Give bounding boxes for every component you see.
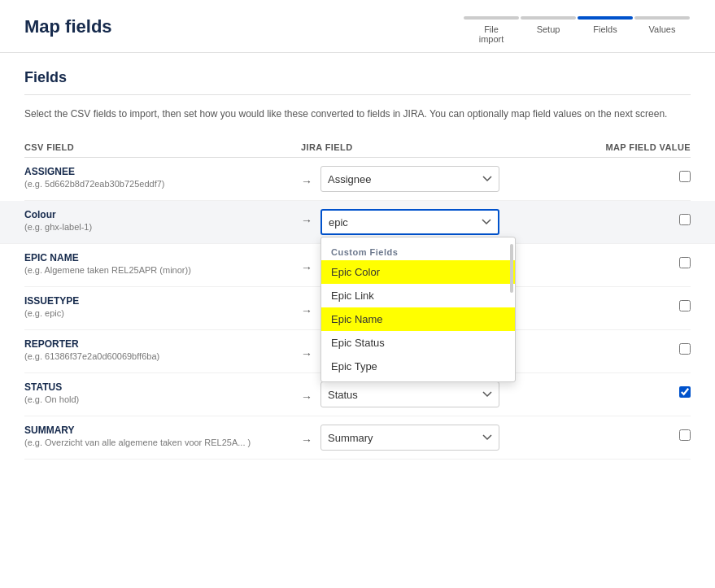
csv-field-summary: SUMMARY (e.g. Overzicht van alle algemen… [24,425,301,447]
csv-field-example: (e.g. Algemene taken REL25APR (minor)) [24,265,301,275]
csv-field-example: (e.g. ghx-label-1) [24,222,301,232]
arrow-icon: → [301,385,312,403]
col-jira-field: JIRA field [301,142,593,152]
jira-select-wrapper-summary: Summary [320,425,499,451]
csv-field-colour: Colour (e.g. ghx-label-1) [24,209,301,232]
dropdown-item-epic-status[interactable]: Epic Status [321,331,515,355]
jira-field-status-cell: → Status [301,381,593,407]
csv-field-issuetype: ISSUETYPE (e.g. epic) [24,295,301,318]
header: Map fields Fileimport Setup Fields Value… [0,0,715,53]
col-csv-field: CSV Field [24,142,301,152]
csv-field-name: ISSUETYPE [24,295,301,307]
step-bar-fields [578,16,633,20]
arrow-icon: → [301,170,312,188]
table-row-summary: SUMMARY (e.g. Overzicht van alle algemen… [24,416,691,460]
map-value-checkbox-colour[interactable] [679,214,691,225]
csv-field-name: EPIC NAME [24,252,301,264]
step-bar-setup [521,16,576,20]
map-value-epic-name [593,252,691,268]
jira-select-colour[interactable]: epic [320,209,499,235]
section-title: Fields [0,53,715,94]
map-value-assignee [593,166,691,182]
csv-field-example: (e.g. On hold) [24,394,301,404]
jira-select-wrapper-status: Status [320,381,499,407]
map-value-checkbox-epic-name[interactable] [679,257,691,268]
csv-field-example: (e.g. 61386f37e2a0d60069bff6ba) [24,351,301,361]
step-label-setup: Setup [537,24,560,34]
jira-select-wrapper-assignee: Assignee [320,166,499,192]
step-values: Values [634,16,691,34]
csv-field-name: SUMMARY [24,425,301,436]
arrow-icon: → [301,209,312,227]
map-value-status [593,381,691,398]
dropdown-item-epic-name[interactable]: Epic Name [321,307,515,331]
arrow-icon: → [301,256,312,274]
step-fields: Fields [577,16,634,34]
fields-table: CSV Field JIRA field Map field value ASS… [0,137,715,460]
map-value-checkbox-assignee[interactable] [679,171,691,182]
csv-field-example: (e.g. epic) [24,308,301,318]
step-file-import: Fileimport [463,16,520,44]
step-label-values: Values [649,24,676,34]
col-map-value: Map field value [593,142,691,152]
arrow-icon: → [301,299,312,317]
csv-field-assignee: ASSIGNEE (e.g. 5d662b8d72eab30b725eddf7) [24,166,301,189]
jira-select-summary[interactable]: Summary [320,425,499,451]
map-value-checkbox-status[interactable] [679,386,691,398]
csv-field-name: REPORTER [24,338,301,350]
step-bar-values [634,16,690,20]
map-value-checkbox-reporter[interactable] [679,343,691,355]
dropdown-section-header: Custom Fields [321,241,515,260]
jira-select-status[interactable]: Status [320,381,499,407]
csv-field-epic-name: EPIC NAME (e.g. Algemene taken REL25APR … [24,252,301,275]
dropdown-item-epic-link[interactable]: Epic Link [321,284,515,307]
map-value-checkbox-summary[interactable] [679,429,691,441]
csv-field-reporter: REPORTER (e.g. 61386f37e2a0d60069bff6ba) [24,338,301,361]
csv-field-example: (e.g. 5d662b8d72eab30b725eddf7) [24,179,301,189]
csv-field-name: STATUS [24,381,301,393]
dropdown-item-epic-type[interactable]: Epic Type [321,355,515,378]
csv-field-status: STATUS (e.g. On hold) [24,381,301,404]
jira-field-colour-cell: → epic Custom Fields Epic Color Epic Lin… [301,209,593,235]
dropdown-menu: Custom Fields Epic Color Epic Link Epic … [320,237,516,382]
jira-field-assignee-cell: → Assignee [301,166,593,192]
table-row: ASSIGNEE (e.g. 5d662b8d72eab30b725eddf7)… [24,158,691,201]
map-value-summary [593,425,691,441]
step-setup: Setup [520,16,577,34]
map-value-checkbox-issuetype[interactable] [679,300,691,311]
jira-field-summary-cell: → Summary [301,425,593,451]
dropdown-item-epic-color[interactable]: Epic Color [321,260,515,284]
step-label-file-import: Fileimport [479,24,504,44]
dropdown-scrollbar [510,244,513,293]
table-header: CSV Field JIRA field Map field value [24,137,691,158]
csv-field-example: (e.g. Overzicht van alle algemene taken … [24,438,301,447]
arrow-icon: → [301,342,312,360]
table-row-colour: Colour (e.g. ghx-label-1) → epic Custom … [0,201,715,244]
map-value-issuetype [593,295,691,311]
step-label-fields: Fields [593,24,617,34]
step-bar-file-import [464,16,519,20]
csv-field-name: Colour [24,209,301,220]
description-text: Select the CSV fields to import, then se… [0,95,715,129]
page-title: Map fields [24,16,112,37]
csv-field-name: ASSIGNEE [24,166,301,177]
colour-select-wrapper: epic [320,209,499,235]
colour-dropdown-container: epic Custom Fields Epic Color Epic Link … [320,209,499,235]
page-container: Map fields Fileimport Setup Fields Value… [0,0,715,588]
stepper: Fileimport Setup Fields Values [463,16,691,44]
map-value-colour [593,209,691,225]
arrow-icon: → [301,429,312,446]
jira-select-assignee[interactable]: Assignee [320,166,499,192]
map-value-reporter [593,338,691,355]
